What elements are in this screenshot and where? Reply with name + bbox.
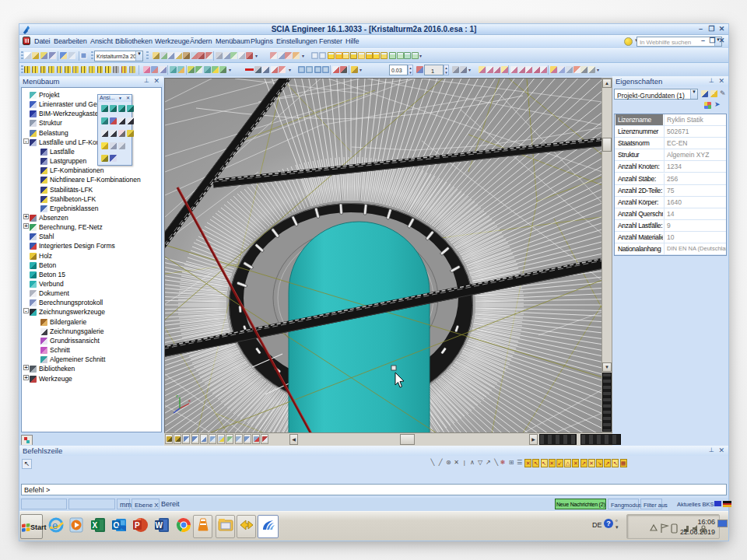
svg-text:x: x [188,398,191,403]
svg-text:O: O [114,521,120,530]
svg-text:X: X [93,521,98,530]
svg-text:W: W [156,521,163,530]
svg-text:z: z [176,394,178,398]
svg-text:e: e [52,520,58,531]
svg-text:P: P [135,521,140,530]
